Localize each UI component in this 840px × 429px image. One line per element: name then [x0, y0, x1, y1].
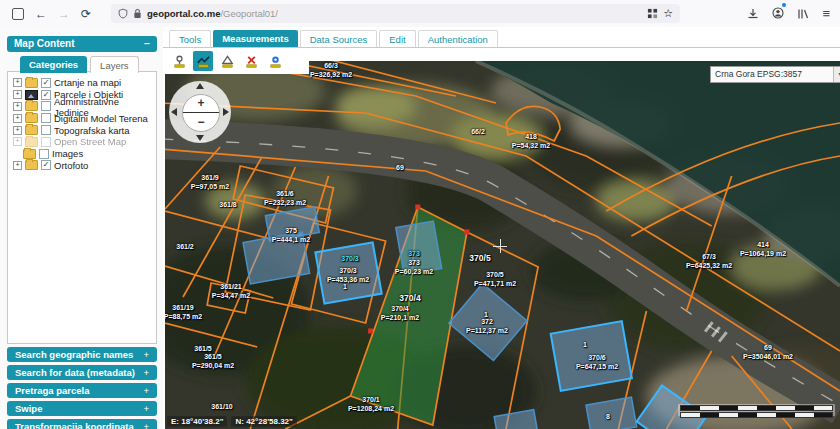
measure-coordinates-button[interactable]	[169, 51, 189, 71]
expand-icon[interactable]: +	[13, 137, 22, 146]
coordinate-east: E: 18°40'38.2"	[167, 416, 227, 427]
layer-label: Digitalni Model Terena	[54, 113, 148, 124]
chevron-down-icon: ▾	[833, 67, 840, 82]
layer-item-topografska-karta[interactable]: +Topografska karta	[8, 124, 156, 136]
expand-icon[interactable]: +	[13, 90, 22, 99]
map-canvas[interactable]: 66/3P=326,92 m266/2418P=54,32 m269361/9P…	[165, 61, 840, 429]
expand-plus-icon: +	[143, 419, 149, 429]
accordion-search-for-data-metadata[interactable]: Search for data (metadata)+	[7, 365, 157, 380]
layer-checkbox[interactable]: ✓	[41, 160, 51, 170]
accordion-pretraga-parcela[interactable]: Pretraga parcela+	[7, 383, 157, 398]
accordion-swipe[interactable]: Swipe+	[7, 401, 157, 416]
layer-item-digitalni-model-terena[interactable]: +Digitalni Model Terena	[8, 112, 156, 124]
lock-icon[interactable]	[133, 8, 142, 19]
map-content-tabs: CategoriesLayers	[20, 56, 139, 73]
projection-value: Crna Gora EPSG:3857	[715, 69, 802, 79]
map-content-header[interactable]: Map Content −	[7, 36, 157, 52]
clear-measurements-button[interactable]	[241, 51, 261, 71]
accordion-search-geographic-names[interactable]: Search geographic names+	[7, 347, 157, 362]
folder-icon	[25, 160, 38, 170]
accordion-transformacija-koordinata[interactable]: Transformacija koordinata+	[7, 419, 157, 429]
back-button[interactable]: ←	[35, 8, 47, 20]
map-tab-bar: ToolsMeasurementsData SourcesEditAuthent…	[169, 30, 840, 47]
main-area: ToolsMeasurementsData SourcesEditAuthent…	[163, 27, 840, 429]
tab-edit[interactable]: Edit	[379, 30, 415, 47]
layer-label: Images	[52, 148, 83, 159]
layer-item-open-street-map[interactable]: +Open Street Map	[8, 136, 156, 148]
layer-label: Ortofoto	[54, 160, 88, 171]
collapse-panel-icon[interactable]: −	[144, 36, 150, 52]
layer-checkbox[interactable]	[41, 137, 51, 147]
layer-item-crtanje-na-mapi[interactable]: +✓Crtanje na mapi	[8, 77, 156, 89]
bookmark-star-icon[interactable]: ☆	[663, 8, 673, 19]
library-icon[interactable]	[797, 8, 809, 20]
account-icon[interactable]	[772, 5, 784, 23]
image-layer-icon	[25, 90, 38, 100]
shield-icon[interactable]	[118, 8, 128, 19]
coordinate-north: N: 42°28'58.32"	[231, 416, 296, 427]
pan-zoom-compass[interactable]: + −	[169, 81, 231, 143]
url-bar[interactable]: geoportal.co.me/Geoportal01/ ☆	[111, 4, 680, 23]
expand-icon[interactable]: +	[13, 161, 22, 170]
measure-info-button[interactable]	[265, 51, 285, 71]
measure-profile-button[interactable]	[193, 51, 213, 71]
layer-checkbox[interactable]	[39, 149, 49, 159]
folder-icon	[25, 125, 38, 135]
layer-checkbox[interactable]: ✓	[41, 90, 51, 100]
folder-icon	[25, 113, 38, 123]
layer-label: Open Street Map	[54, 136, 126, 147]
layer-checkbox[interactable]	[41, 113, 51, 123]
tab-tools[interactable]: Tools	[169, 30, 211, 47]
expand-icon[interactable]: +	[13, 114, 22, 123]
browser-chrome: ← → ⟳ geoportal.co.me/Geoportal01/ ☆	[0, 0, 840, 28]
forward-button[interactable]: →	[58, 8, 70, 20]
expand-plus-icon: +	[143, 401, 149, 416]
layer-item-administrativne-jedinice[interactable]: +Administrativne Jedinice	[8, 101, 156, 113]
layer-label: Topografska karta	[54, 125, 130, 136]
pan-east-arrow-icon[interactable]	[223, 108, 229, 116]
coordinate-readout: E: 18°40'38.2" N: 42°28'58.32"	[167, 416, 297, 427]
map-content-title: Map Content	[14, 38, 75, 49]
expand-plus-icon: +	[143, 347, 149, 362]
projection-select[interactable]: Crna Gora EPSG:3857 ▾	[710, 66, 840, 83]
expand-icon[interactable]: +	[13, 126, 22, 135]
pan-west-arrow-icon[interactable]	[171, 108, 177, 116]
sidebar-accordions: Search geographic names+Search for data …	[7, 347, 157, 429]
reload-button[interactable]: ⟳	[81, 8, 91, 20]
layer-checkbox[interactable]	[41, 101, 51, 111]
zoom-out-button[interactable]: −	[183, 114, 219, 131]
measure-volume-button[interactable]	[217, 51, 237, 71]
scale-bar	[678, 404, 835, 416]
tab-measurements[interactable]: Measurements	[213, 30, 298, 47]
download-icon[interactable]	[747, 8, 759, 20]
tab-data-sources[interactable]: Data Sources	[300, 30, 378, 47]
pan-south-arrow-icon[interactable]	[196, 135, 204, 141]
folder-icon	[25, 137, 38, 147]
tab-authentication[interactable]: Authentication	[418, 30, 498, 47]
layer-item-images[interactable]: Images	[8, 148, 156, 160]
expand-icon[interactable]: +	[13, 78, 22, 87]
account-notification-dot	[782, 3, 786, 7]
expand-plus-icon: +	[143, 365, 149, 380]
url-text: geoportal.co.me/Geoportal01/	[147, 8, 278, 19]
pan-north-arrow-icon[interactable]	[196, 83, 204, 89]
tab-overview-icon[interactable]	[12, 8, 24, 20]
menu-hamburger-icon[interactable]: ≡	[822, 7, 830, 20]
sidebar: Map Content − CategoriesLayers +✓Crtanje…	[0, 27, 164, 429]
map-crosshair	[493, 239, 507, 253]
layer-label: Crtanje na mapi	[54, 77, 121, 88]
folder-icon	[25, 101, 38, 111]
folder-icon	[25, 78, 38, 88]
layer-checkbox[interactable]	[41, 125, 51, 135]
measurement-toolbar	[163, 48, 309, 74]
layer-checkbox[interactable]: ✓	[41, 78, 51, 88]
map-content-tab-categories[interactable]: Categories	[20, 56, 87, 73]
expand-icon[interactable]: +	[13, 102, 22, 111]
expand-spacer	[13, 150, 20, 157]
layer-item-ortofoto[interactable]: +✓Ortofoto	[8, 160, 156, 172]
extensions-grid-icon[interactable]	[647, 8, 658, 19]
zoom-in-button[interactable]: +	[183, 95, 219, 113]
folder-icon	[23, 149, 36, 159]
geoportal-app: ← → ⟳ geoportal.co.me/Geoportal01/ ☆	[0, 0, 840, 429]
map-content-tab-layers[interactable]: Layers	[90, 56, 139, 73]
